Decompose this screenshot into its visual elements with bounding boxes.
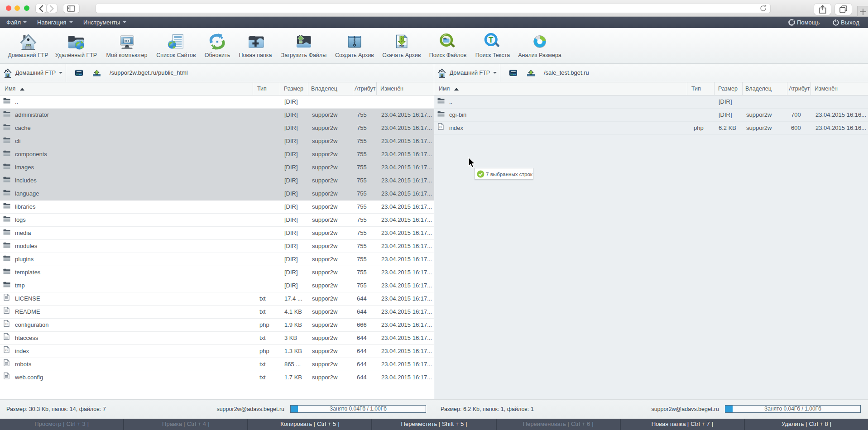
svg-text:<>: <> bbox=[5, 349, 8, 352]
svg-text:<>: <> bbox=[5, 322, 8, 325]
svg-text:T: T bbox=[489, 36, 494, 44]
svg-text:ZIP: ZIP bbox=[399, 45, 404, 48]
svg-text:<>: <> bbox=[439, 125, 442, 129]
